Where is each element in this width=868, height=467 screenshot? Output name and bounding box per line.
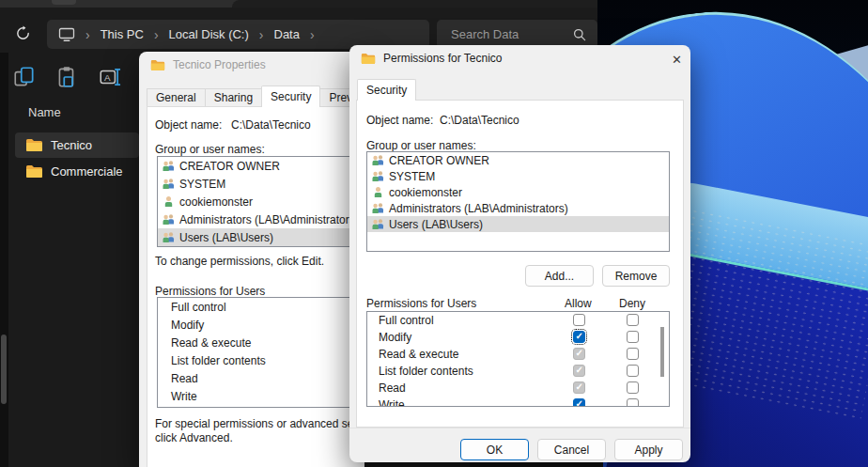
advanced-hint-line1: For special permissions or advanced sett… xyxy=(155,417,364,431)
permissions-for-users-label: Permissions for Users xyxy=(155,285,265,298)
breadcrumb-item-data[interactable]: Data xyxy=(274,27,300,41)
user-name: Administrators (LAB\Administrators) xyxy=(179,213,357,226)
file-name: Tecnico xyxy=(51,138,92,152)
folder-icon xyxy=(25,164,43,179)
user-list-item[interactable]: Users (LAB\Users) xyxy=(158,228,357,246)
rename-icon[interactable]: A xyxy=(98,65,122,89)
permission-row-modify: Modify xyxy=(367,329,669,346)
group-icon xyxy=(371,154,385,166)
allow-checkbox[interactable] xyxy=(573,331,585,343)
allow-checkbox[interactable] xyxy=(573,314,585,326)
user-icon xyxy=(371,186,385,198)
nav-pane-edge xyxy=(0,53,8,467)
permission-name: Write xyxy=(379,398,405,407)
explorer-tab-strip xyxy=(0,0,597,8)
deny-checkbox[interactable] xyxy=(627,381,639,394)
user-list-item[interactable]: Users (LAB\Users) xyxy=(367,216,669,232)
breadcrumb-item-local-disk[interactable]: Local Disk (C:) xyxy=(169,27,249,41)
ok-button[interactable]: OK xyxy=(460,439,529,460)
advanced-hint-line2: click Advanced. xyxy=(155,431,364,445)
add-button[interactable]: Add... xyxy=(525,265,594,287)
security-tab-page: Object name: C:\Data\Tecnico Group or us… xyxy=(356,100,684,428)
group-icon xyxy=(162,213,176,226)
user-list-item[interactable]: CREATOR OWNER xyxy=(367,152,669,168)
object-name-label: Object name: xyxy=(155,118,222,132)
object-name-value: C:\Data\Tecnico xyxy=(231,118,311,132)
tecnico-properties-dialog: Tecnico Properties General Sharing Secur… xyxy=(139,52,364,467)
deny-checkbox[interactable] xyxy=(627,365,639,377)
explorer-active-tab[interactable] xyxy=(232,0,597,8)
user-list-item[interactable]: Administrators (LAB\Administrators) xyxy=(367,200,669,216)
group-icon xyxy=(371,170,385,182)
group-icon xyxy=(371,202,385,214)
tab-general[interactable]: General xyxy=(147,88,206,107)
close-button[interactable]: ✕ xyxy=(665,49,689,70)
file-row-commerciale[interactable]: Commerciale xyxy=(15,159,139,184)
permission-name: Read & execute xyxy=(379,348,458,361)
group-icon xyxy=(371,218,385,230)
breadcrumb-chevron-icon: › xyxy=(154,27,159,42)
permissions-for-users-label: Permissions for Users xyxy=(366,297,476,310)
deny-checkbox[interactable] xyxy=(627,348,639,360)
permission-item: Modify xyxy=(158,316,357,334)
file-row-tecnico[interactable]: Tecnico xyxy=(15,132,139,158)
user-list-item[interactable]: SYSTEM xyxy=(367,168,669,184)
tab-security[interactable]: Security xyxy=(261,86,320,107)
user-name: cookiemonster xyxy=(389,186,462,199)
permission-name: Read xyxy=(379,381,406,395)
breadcrumb-chevron-icon: › xyxy=(85,27,90,42)
edit-hint: To change permissions, click Edit. xyxy=(155,255,324,268)
breadcrumb-chevron-icon: › xyxy=(259,27,264,42)
allow-checkbox[interactable] xyxy=(573,348,585,360)
search-placeholder: Search Data xyxy=(451,27,573,41)
scrollbar-thumb[interactable] xyxy=(1,335,7,404)
permissions-for-tecnico-dialog: Permissions for Tecnico ✕ Security Objec… xyxy=(349,45,690,462)
permissions-list[interactable]: Full control Modify Read & execute List … xyxy=(157,297,358,408)
user-name: SYSTEM xyxy=(389,170,435,183)
user-list-item[interactable]: SYSTEM xyxy=(158,175,357,193)
tab-security[interactable]: Security xyxy=(357,79,416,101)
remove-button[interactable]: Remove xyxy=(602,265,670,287)
user-list-item[interactable]: CREATOR OWNER xyxy=(158,157,357,175)
allow-checkbox[interactable] xyxy=(573,365,585,377)
permission-row-read: Read xyxy=(367,380,669,397)
breadcrumb-item-this-pc[interactable]: This PC xyxy=(101,27,144,41)
permission-item: Read & execute xyxy=(158,334,357,351)
user-name: Users (LAB\Users) xyxy=(389,218,483,231)
group-user-names-label: Group or user names: xyxy=(155,143,265,156)
permission-item: Full control xyxy=(158,298,357,316)
group-user-names-label: Group or user names: xyxy=(366,139,476,152)
user-list-item[interactable]: Administrators (LAB\Administrators) xyxy=(158,210,357,228)
apply-button[interactable]: Apply xyxy=(614,439,683,460)
user-list-item[interactable]: cookiemonster xyxy=(367,184,669,200)
user-name: Users (LAB\Users) xyxy=(179,231,273,244)
paste-icon[interactable] xyxy=(54,65,79,89)
cancel-button[interactable]: Cancel xyxy=(537,439,606,460)
close-icon: ✕ xyxy=(672,53,682,67)
allow-checkbox[interactable] xyxy=(573,398,585,407)
permission-name: Full control xyxy=(379,314,434,327)
deny-checkbox[interactable] xyxy=(627,398,639,407)
permissions-tabs: Security xyxy=(357,80,416,101)
search-icon xyxy=(573,28,586,41)
column-header-name[interactable]: Name xyxy=(28,105,61,119)
allow-column-header: Allow xyxy=(565,297,592,310)
copy-icon[interactable] xyxy=(12,65,37,89)
tab-sharing[interactable]: Sharing xyxy=(205,88,262,107)
deny-checkbox[interactable] xyxy=(627,331,639,343)
permission-name: List folder contents xyxy=(379,365,473,378)
refresh-button[interactable] xyxy=(9,20,36,46)
user-list-item[interactable]: cookiemonster xyxy=(158,193,357,210)
explorer-tab[interactable] xyxy=(52,0,76,5)
group-user-list[interactable]: CREATOR OWNER SYSTEM cookiemonster Admin… xyxy=(157,156,358,247)
scrollbar-thumb[interactable] xyxy=(660,327,664,377)
user-name: CREATOR OWNER xyxy=(389,154,489,167)
permissions-checkbox-list[interactable]: Full control Modify Read & execute List … xyxy=(366,311,670,407)
allow-checkbox[interactable] xyxy=(573,381,585,394)
group-icon xyxy=(162,231,176,243)
svg-text:A: A xyxy=(104,72,111,83)
group-user-list[interactable]: CREATOR OWNER SYSTEM cookiemonster Admin… xyxy=(366,151,670,252)
this-pc-icon xyxy=(58,27,75,42)
security-tab-page: Object name: C:\Data\Tecnico Group or us… xyxy=(147,106,364,467)
deny-checkbox[interactable] xyxy=(627,314,639,326)
